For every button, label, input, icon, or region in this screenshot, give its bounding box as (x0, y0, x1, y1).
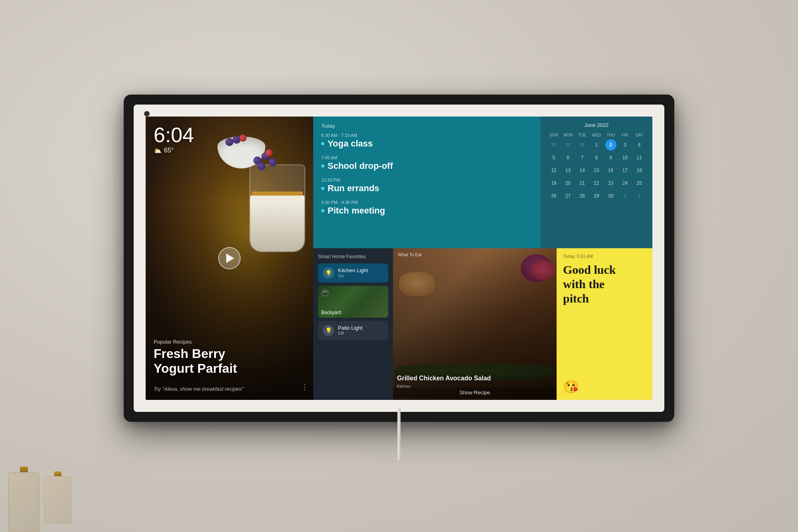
cal-header-sat: SAT (632, 132, 646, 138)
cal-day[interactable]: 30 (563, 139, 574, 150)
jar-1 (8, 467, 40, 532)
cal-day[interactable]: 6 (563, 152, 574, 163)
kitchen-light-name: Kitchen Light (338, 267, 383, 273)
cal-day[interactable]: 1 (591, 139, 602, 150)
clock-display: 6:04 (154, 125, 194, 145)
jar-lid-2 (54, 471, 61, 476)
sticky-emoji: 😘 (563, 379, 646, 394)
event-time-school: 7:45 AM (321, 155, 533, 160)
cal-day[interactable]: 29 (591, 190, 602, 202)
backyard-overlay: Backyard (318, 286, 388, 318)
cal-day[interactable]: 19 (548, 178, 559, 189)
cal-day[interactable]: 29 (548, 139, 559, 150)
bulb-icon-patio: 💡 (325, 327, 332, 334)
cal-day[interactable]: 8 (591, 152, 602, 163)
cal-day[interactable]: 13 (563, 165, 574, 176)
cal-header-tue: TUE (575, 132, 589, 138)
bottom-section: Smart Home Favorites 💡 Kitchen Light On (313, 248, 652, 400)
cal-day[interactable]: 9 (605, 152, 616, 163)
recipe-widget-title: Grilled Chicken Avocado Salad (397, 374, 553, 382)
cal-day[interactable]: 10 (619, 152, 630, 163)
event-time-yoga: 6:30 AM - 7:15 AM (321, 133, 533, 138)
event-dot-yoga (321, 142, 324, 145)
cal-day[interactable]: 7 (577, 152, 588, 163)
patio-light-icon-circle: 💡 (323, 325, 334, 336)
event-title-school: School drop-off (321, 161, 533, 171)
cal-day[interactable]: 30 (605, 190, 616, 202)
event-title-pitch: Pitch meeting (321, 206, 533, 216)
cal-day[interactable]: 21 (577, 178, 588, 189)
event-yoga[interactable]: 6:30 AM - 7:15 AM Yoga class (321, 133, 533, 149)
cal-day[interactable]: 23 (605, 178, 616, 189)
calendar-month-year: June 2022 (547, 122, 646, 128)
event-errands[interactable]: 12:30 PM Run errands (321, 178, 533, 194)
event-pitch[interactable]: 3:30 PM - 4:30 PM Pitch meeting (321, 200, 533, 216)
cal-day[interactable]: 5 (548, 152, 559, 163)
cal-day[interactable]: 27 (563, 190, 574, 202)
play-button[interactable] (218, 247, 241, 269)
cal-day[interactable]: 18 (634, 165, 645, 176)
cal-day[interactable]: 25 (634, 178, 645, 189)
cal-day[interactable]: 14 (577, 165, 588, 176)
cal-day[interactable]: 17 (619, 165, 630, 176)
camera-dot (144, 111, 150, 117)
jar-lid-1 (20, 467, 28, 472)
kitchen-light-card[interactable]: 💡 Kitchen Light On (318, 263, 388, 283)
event-dot-school (321, 164, 324, 168)
top-section: Today 6:30 AM - 7:15 AM Yoga class 7:45 … (313, 117, 652, 248)
cal-day[interactable]: 4 (634, 139, 645, 150)
weather-icon: ⛅ (154, 147, 162, 154)
event-time-pitch: 3:30 PM - 4:30 PM (321, 200, 533, 205)
left-panel: 6:04 ⛅ 65° Popular Recipes Fresh Berry Y… (146, 117, 313, 400)
cal-day[interactable]: 28 (577, 190, 588, 202)
schedule-header: Today (321, 123, 533, 129)
backyard-card[interactable]: 📷 Backyard (318, 286, 388, 318)
smart-home-title: Smart Home Favorites (318, 254, 388, 259)
bulb-icon-kitchen: 💡 (325, 270, 332, 276)
alexa-hint: Try "Alexa, show me breakfast recipes" (154, 386, 301, 392)
power-cord (397, 408, 401, 460)
cal-day[interactable]: 16 (605, 165, 616, 176)
sticky-timestamp: Today, 5:51 AM (563, 254, 646, 259)
patio-light-name: Patio Light (338, 325, 383, 331)
smart-home-panel: Smart Home Favorites 💡 Kitchen Light On (313, 248, 393, 400)
event-time-errands: 12:30 PM (321, 178, 533, 182)
cal-day[interactable]: 22 (591, 178, 602, 189)
jar-body-1 (8, 472, 40, 532)
patio-light-status: Off (338, 331, 383, 336)
right-panel: Today 6:30 AM - 7:15 AM Yoga class 7:45 … (313, 117, 652, 400)
sticky-text: Good luck with the pitch (563, 263, 646, 376)
echo-show-screen: 6:04 ⛅ 65° Popular Recipes Fresh Berry Y… (146, 117, 652, 400)
cal-day[interactable]: 15 (591, 165, 602, 176)
cal-header-mon: MON (561, 132, 575, 138)
recipe-widget[interactable]: What To Eat Grilled Chicken Avocado Sala… (393, 248, 557, 400)
cal-day[interactable]: 11 (634, 152, 645, 163)
cal-day[interactable]: 24 (619, 178, 630, 189)
show-recipe-button[interactable]: Show Recipe (393, 388, 557, 398)
cal-day[interactable]: 2 (634, 190, 645, 202)
calendar-grid: SUN MON TUE WED THU FRI SAT 29 30 31 1 (547, 132, 646, 202)
play-icon (226, 253, 234, 263)
schedule-panel: Today 6:30 AM - 7:15 AM Yoga class 7:45 … (313, 117, 541, 248)
cal-day[interactable]: 12 (548, 165, 559, 176)
recipe-info: Popular Recipes Fresh Berry Yogurt Parfa… (154, 339, 305, 376)
sticky-note: Today, 5:51 AM Good luck with the pitch … (557, 248, 652, 400)
recipe-category: Popular Recipes (154, 339, 305, 345)
patio-light-card[interactable]: 💡 Patio Light Off (318, 321, 388, 340)
cal-day[interactable]: 3 (619, 139, 630, 150)
cal-day[interactable]: 20 (563, 178, 574, 189)
temperature: 65° (164, 147, 174, 154)
weather-display: ⛅ 65° (154, 147, 194, 154)
recipe-title: Fresh Berry Yogurt Parfait (154, 346, 305, 376)
cal-day[interactable]: 31 (577, 139, 588, 150)
cal-day[interactable]: 1 (619, 190, 630, 202)
calendar-panel: June 2022 SUN MON TUE WED THU FRI SAT 29 (541, 117, 652, 248)
kitchen-light-icon-circle: 💡 (323, 267, 334, 279)
cal-header-wed: WED (590, 132, 603, 138)
cal-header-thu: THU (604, 132, 618, 138)
more-options-icon[interactable]: ⋮ (301, 383, 308, 390)
kitchen-decor (8, 467, 72, 532)
cal-day-today[interactable]: 2 (605, 139, 616, 150)
cal-day[interactable]: 26 (548, 190, 559, 202)
event-school[interactable]: 7:45 AM School drop-off (321, 155, 533, 171)
